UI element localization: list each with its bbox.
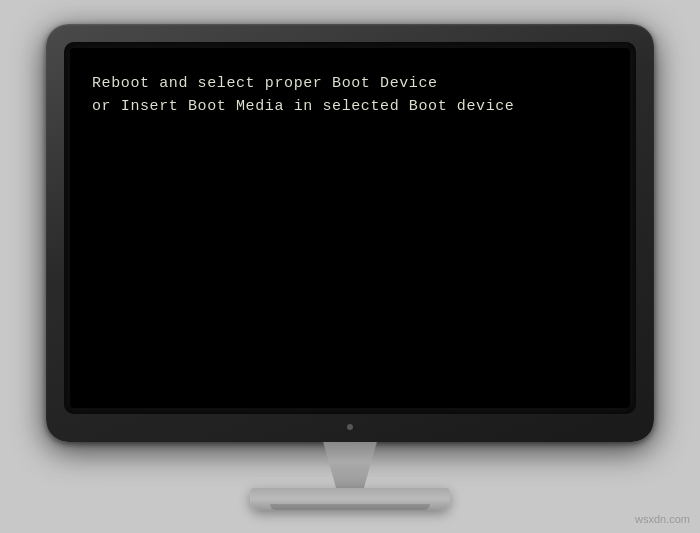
monitor-screen: Reboot and select proper Boot Device or … bbox=[70, 48, 630, 408]
watermark: wsxdn.com bbox=[635, 513, 690, 525]
monitor-outer-bezel: Reboot and select proper Boot Device or … bbox=[46, 24, 654, 442]
monitor-stand-base bbox=[250, 488, 450, 510]
monitor: Reboot and select proper Boot Device or … bbox=[46, 24, 654, 510]
monitor-stand-neck bbox=[305, 442, 395, 490]
bios-error-message: Reboot and select proper Boot Device or … bbox=[92, 72, 514, 119]
monitor-inner-bezel: Reboot and select proper Boot Device or … bbox=[64, 42, 636, 414]
power-indicator bbox=[347, 424, 353, 430]
